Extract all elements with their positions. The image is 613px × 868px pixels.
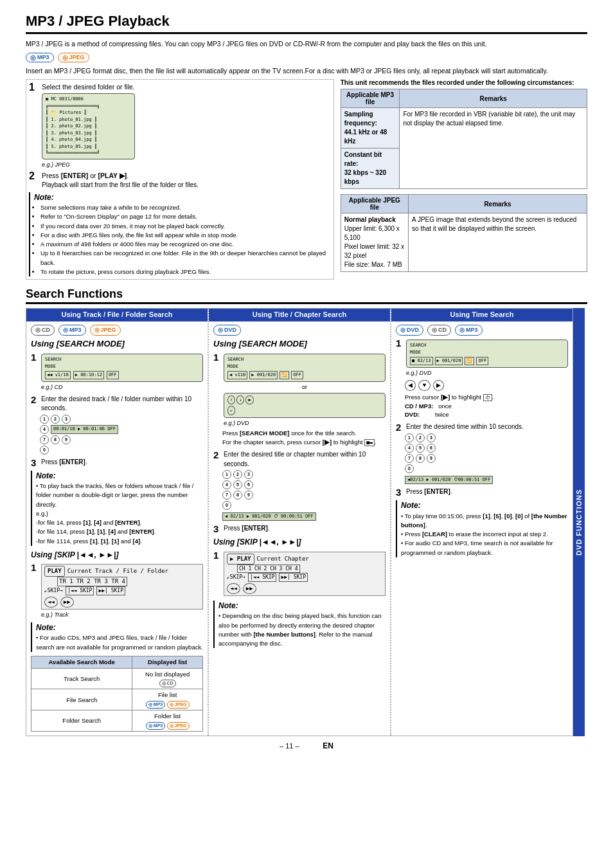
jpeg-logo2: ◎ JPEG: [90, 325, 121, 336]
lang-badge: EN: [323, 741, 333, 750]
col3-nav-buttons: ◀ ▼ ▶: [405, 380, 568, 391]
col1-screen: SEARCHMODE ◀◀ v1/10 ▶ 00:10:12 OFF: [41, 354, 203, 382]
note-box: Note: Some selections may take a while t…: [29, 192, 331, 276]
col3-step1-n: 1: [396, 338, 404, 348]
intro-text: MP3 / JPEG is a method of compressing fi…: [26, 39, 587, 49]
col3-step3-n: 3: [396, 487, 404, 497]
col3-note: Note: • To play time 00:15:00, press [1]…: [396, 500, 568, 557]
col3-num-buttons: 123 456 789 0 ◀02/13 ▶ 001/020 ⏱00:00:51…: [405, 433, 568, 484]
file-search-mode: File Search: [31, 689, 132, 710]
col3-note-text: • To play time 00:15:00, press [1], [5],…: [401, 512, 568, 557]
col1-step1-eg: e.g.) CD: [41, 383, 203, 392]
col3-logos: ◎ DVD ◎ CD ◎ MP3: [396, 325, 568, 336]
cd-logo-col3: ◎ CD: [427, 325, 451, 336]
col1-note-title: Note:: [36, 471, 203, 482]
col2-step1-eg: e.g.) DVD: [224, 419, 386, 428]
steps-panel: 1 Select the desired folder or file. ▣ M…: [26, 79, 334, 280]
col2-note-title: Note:: [218, 601, 386, 611]
step1-row: 1 Select the desired folder or file. ▣ M…: [29, 82, 331, 168]
step2-num: 2: [29, 171, 38, 190]
col1-skip-title: Using [SKIP |◄◄, ►►|]: [31, 550, 203, 561]
col1-step2: 2 Enter the desired track / file / folde…: [31, 395, 203, 455]
page-number-text: – 11 –: [280, 742, 299, 750]
col1-skip-step1-n: 1: [31, 563, 39, 572]
col2-title-search: Using Title / Chapter Search ◎ DVD Using…: [209, 309, 391, 736]
search-title: Search Functions: [26, 287, 587, 304]
step2-text: Press [ENTER] or [PLAY ▶].: [42, 171, 199, 181]
col1-step3-n: 3: [31, 458, 39, 467]
col1-search-table: Available Search Mode Displayed list Tra…: [31, 656, 203, 732]
col2-step3: 3 Press [ENTER].: [213, 524, 386, 534]
col2-step2-n: 2: [213, 450, 221, 460]
col2-skip-diagram: ▶ PLAY Current Chapter CH 1 CH 2 CH 3 CH…: [224, 552, 386, 596]
mp3-header: Applicable MP3 file: [341, 89, 400, 108]
col1-step2-n: 2: [31, 395, 39, 404]
col2-screen2: ↑ ↓ ▶ ↙: [224, 393, 386, 418]
search-mode-header: Available Search Mode: [31, 656, 132, 668]
jpeg-limits: Normal playback Upper limit: 6,300 x 5,1…: [341, 213, 408, 272]
jpeg-logo: ◎ JPEG: [58, 53, 89, 62]
dvd-functions-label: DVD FUNCTIONS: [573, 308, 585, 736]
col1-skip-diagram: PLAY Current Track / File / Folder TR 1 …: [41, 564, 203, 610]
col3-step2: 2 Enter the desired time within 10 secon…: [396, 422, 568, 484]
col1-logos: ◎ CD ◎ MP3 ◎ JPEG: [31, 325, 203, 336]
note-item: Some selections may take a while to be r…: [40, 203, 331, 212]
note-item: To rotate the picture, press cursors dur…: [40, 267, 331, 276]
col1-skip-note: Note: • For audio CDs, MP3 and JPEG file…: [31, 622, 203, 652]
col2-step1: 1 SEARCHMODE ◀ v110 ▶ 001/020 🔁 OFF or: [213, 352, 386, 447]
col2-note-text: • Depending on the disc being played bac…: [218, 611, 386, 648]
jpeg-remarks-header: Remarks: [409, 195, 587, 213]
folder-search-list: Folder list ◎ MP3 ◎ JPEG: [132, 710, 203, 732]
search-with-sidebar: Using Track / File / Folder Search ◎ CD …: [26, 308, 587, 736]
folder-search-mode: Folder Search: [31, 710, 132, 732]
col2-step2: 2 Enter the desired title or chapter num…: [213, 450, 386, 521]
cd-logo: ◎ CD: [31, 325, 55, 336]
jpeg-header: Applicable JPEG file: [341, 195, 408, 213]
mp3jpeg-layout: 1 Select the desired folder or file. ▣ M…: [26, 79, 587, 280]
col2-or: or: [224, 383, 386, 392]
col3-title: Using Time Search: [391, 309, 573, 321]
col3-step1: 1 SEARCHMODE ■ 02/13 ▶ 001/020 🔁 OFF e.g…: [396, 338, 568, 419]
col3-step3: 3 Press [ENTER].: [396, 487, 568, 497]
mp3-logo-col3: ◎ MP3: [455, 325, 483, 336]
col1-title: Using Track / File / Folder Search: [26, 309, 208, 321]
page-number: – 11 – EN: [26, 741, 587, 750]
note-item: Refer to "On-Screen Display" on page 12 …: [40, 212, 331, 221]
col1-skip-eg: e.g.) Track: [41, 611, 203, 619]
col2-title: Using Title / Chapter Search: [209, 309, 390, 321]
col1-skip-note-title: Note:: [36, 622, 203, 633]
col2-skip-step1-n: 1: [213, 550, 221, 560]
mp3-logo2: ◎ MP3: [58, 325, 86, 336]
col1-step1: 1 SEARCHMODE ◀◀ v1/10 ▶ 00:10:12 OFF e.g…: [31, 352, 203, 392]
col1-note-text: • To play back the tracks, files or fold…: [36, 482, 203, 546]
col2-logos: ◎ DVD: [213, 325, 386, 336]
col3-step1-eg: e.g.) DVD: [406, 369, 568, 377]
col3-time-search: Using Time Search ◎ DVD ◎ CD ◎ MP3 1 SEA…: [391, 309, 573, 736]
insert-text: Insert an MP3 / JPEG format disc, then t…: [26, 66, 587, 76]
col2-skip-title: Using [SKIP |◄◄, ►►|]: [213, 537, 386, 548]
note-title: Note:: [34, 192, 331, 203]
step1-num: 1: [29, 82, 38, 168]
col3-cursor-text: Press cursor [▶] to highlight ⏱. CD / MP…: [405, 393, 568, 419]
mp3-remark: For MP3 file recorded in VBR (variable b…: [400, 108, 587, 189]
col1-step1-n: 1: [31, 352, 39, 362]
displayed-list-header: Displayed list: [132, 656, 203, 668]
search-columns: Using Track / File / Folder Search ◎ CD …: [26, 308, 573, 736]
step1-eg: e.g.) JPEG: [42, 161, 135, 169]
col2-step1-n: 1: [213, 352, 221, 362]
col1-track-search: Using Track / File / Folder Search ◎ CD …: [26, 309, 209, 736]
file-search-list: File list ◎ MP3 ◎ JPEG: [132, 689, 203, 710]
col2-screen1: SEARCHMODE ◀ v110 ▶ 001/020 🔁 OFF: [224, 354, 386, 382]
dvd-functions-sidebar-container: DVD FUNCTIONS: [573, 308, 587, 736]
col2-search-mode-title: Using [SEARCH MODE]: [213, 338, 386, 350]
tables-panel: This unit recommends the files recorded …: [341, 79, 587, 280]
jpeg-table: Applicable JPEG file Remarks Normal play…: [341, 194, 587, 272]
step2-sub: Playback will start from the first file …: [42, 181, 199, 190]
sampling-label: Sampling frequency:44.1 kHz or 48 kHz: [341, 108, 400, 149]
dvd-logo-col2: ◎ DVD: [213, 325, 241, 336]
col2-step1-text: Press [SEARCH MODE] once for the title s…: [222, 429, 386, 448]
col2-note: Note: • Depending on the disc being play…: [213, 601, 386, 648]
note-item: A maximum of 498 folders or 4000 files m…: [40, 240, 331, 249]
step2-row: 2 Press [ENTER] or [PLAY ▶]. Playback wi…: [29, 171, 331, 190]
note-item: If you record data over 20 times, it may…: [40, 222, 331, 231]
